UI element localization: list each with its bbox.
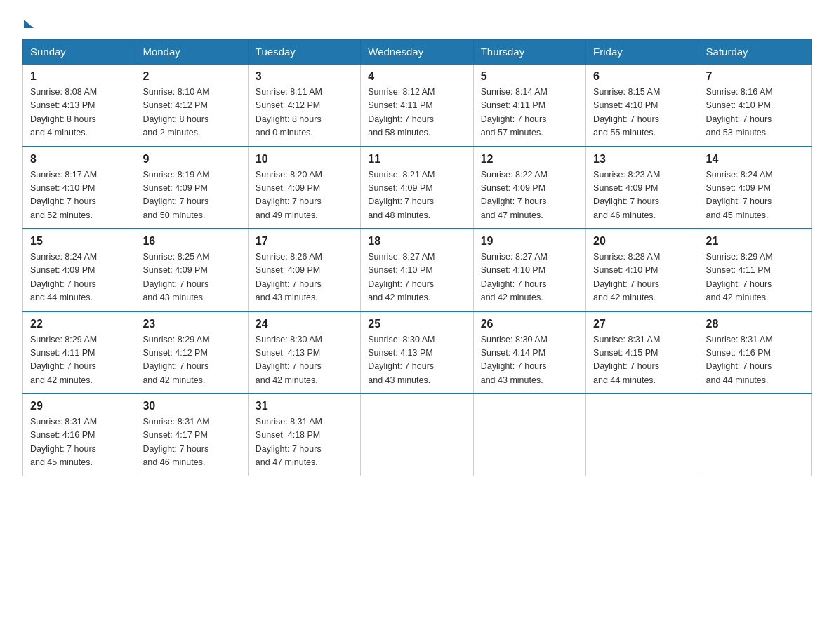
calendar-day-10: 10Sunrise: 8:20 AMSunset: 4:09 PMDayligh… bbox=[248, 147, 360, 229]
calendar-table: SundayMondayTuesdayWednesdayThursdayFrid… bbox=[22, 39, 812, 476]
weekday-header-sunday: Sunday bbox=[23, 40, 135, 65]
day-number: 24 bbox=[256, 318, 353, 330]
day-number: 9 bbox=[143, 153, 240, 166]
day-info: Sunrise: 8:08 AMSunset: 4:13 PMDaylight:… bbox=[30, 86, 128, 140]
day-info: Sunrise: 8:11 AMSunset: 4:12 PMDaylight:… bbox=[256, 86, 353, 140]
empty-cell bbox=[361, 394, 473, 476]
day-info: Sunrise: 8:24 AMSunset: 4:09 PMDaylight:… bbox=[706, 168, 804, 223]
calendar-day-11: 11Sunrise: 8:21 AMSunset: 4:09 PMDayligh… bbox=[361, 147, 473, 229]
calendar-day-26: 26Sunrise: 8:30 AMSunset: 4:14 PMDayligh… bbox=[473, 311, 585, 394]
calendar-day-9: 9Sunrise: 8:19 AMSunset: 4:09 PMDaylight… bbox=[135, 147, 248, 229]
day-info: Sunrise: 8:19 AMSunset: 4:09 PMDaylight:… bbox=[143, 168, 240, 223]
day-info: Sunrise: 8:15 AMSunset: 4:10 PMDaylight:… bbox=[593, 86, 691, 140]
day-info: Sunrise: 8:31 AMSunset: 4:15 PMDaylight:… bbox=[593, 333, 691, 388]
calendar-day-23: 23Sunrise: 8:29 AMSunset: 4:12 PMDayligh… bbox=[135, 311, 248, 394]
day-info: Sunrise: 8:29 AMSunset: 4:11 PMDaylight:… bbox=[706, 250, 804, 305]
day-number: 19 bbox=[481, 235, 578, 248]
calendar-week-2: 8Sunrise: 8:17 AMSunset: 4:10 PMDaylight… bbox=[23, 147, 812, 229]
day-info: Sunrise: 8:25 AMSunset: 4:09 PMDaylight:… bbox=[143, 250, 240, 305]
day-info: Sunrise: 8:12 AMSunset: 4:11 PMDaylight:… bbox=[368, 86, 465, 140]
day-number: 31 bbox=[256, 400, 353, 412]
day-number: 23 bbox=[143, 318, 240, 330]
weekday-header-saturday: Saturday bbox=[699, 40, 811, 65]
day-number: 1 bbox=[30, 70, 128, 83]
calendar-day-14: 14Sunrise: 8:24 AMSunset: 4:09 PMDayligh… bbox=[699, 147, 811, 229]
day-info: Sunrise: 8:30 AMSunset: 4:13 PMDaylight:… bbox=[368, 333, 465, 388]
calendar-day-1: 1Sunrise: 8:08 AMSunset: 4:13 PMDaylight… bbox=[23, 64, 135, 147]
calendar-day-20: 20Sunrise: 8:28 AMSunset: 4:10 PMDayligh… bbox=[586, 229, 699, 311]
calendar-day-2: 2Sunrise: 8:10 AMSunset: 4:12 PMDaylight… bbox=[135, 64, 248, 147]
day-number: 16 bbox=[143, 235, 240, 248]
calendar-day-27: 27Sunrise: 8:31 AMSunset: 4:15 PMDayligh… bbox=[586, 311, 699, 394]
empty-cell bbox=[586, 394, 699, 476]
calendar-day-6: 6Sunrise: 8:15 AMSunset: 4:10 PMDaylight… bbox=[586, 64, 699, 147]
calendar-day-30: 30Sunrise: 8:31 AMSunset: 4:17 PMDayligh… bbox=[135, 394, 248, 476]
day-number: 20 bbox=[593, 235, 691, 248]
calendar-day-21: 21Sunrise: 8:29 AMSunset: 4:11 PMDayligh… bbox=[699, 229, 811, 311]
weekday-header-thursday: Thursday bbox=[473, 40, 585, 65]
calendar-day-28: 28Sunrise: 8:31 AMSunset: 4:16 PMDayligh… bbox=[699, 311, 811, 394]
day-info: Sunrise: 8:21 AMSunset: 4:09 PMDaylight:… bbox=[368, 168, 465, 223]
calendar-day-3: 3Sunrise: 8:11 AMSunset: 4:12 PMDaylight… bbox=[248, 64, 360, 147]
day-info: Sunrise: 8:22 AMSunset: 4:09 PMDaylight:… bbox=[481, 168, 578, 223]
day-info: Sunrise: 8:30 AMSunset: 4:13 PMDaylight:… bbox=[256, 333, 353, 388]
day-number: 15 bbox=[30, 235, 128, 248]
day-number: 3 bbox=[256, 70, 353, 83]
day-info: Sunrise: 8:23 AMSunset: 4:09 PMDaylight:… bbox=[593, 168, 691, 223]
day-number: 17 bbox=[256, 235, 353, 248]
day-info: Sunrise: 8:17 AMSunset: 4:10 PMDaylight:… bbox=[30, 168, 128, 223]
day-info: Sunrise: 8:30 AMSunset: 4:14 PMDaylight:… bbox=[481, 333, 578, 388]
day-number: 25 bbox=[368, 318, 465, 330]
day-number: 8 bbox=[30, 153, 128, 166]
day-info: Sunrise: 8:31 AMSunset: 4:16 PMDaylight:… bbox=[30, 415, 128, 470]
weekday-header-wednesday: Wednesday bbox=[361, 40, 473, 65]
calendar-day-12: 12Sunrise: 8:22 AMSunset: 4:09 PMDayligh… bbox=[473, 147, 585, 229]
day-info: Sunrise: 8:27 AMSunset: 4:10 PMDaylight:… bbox=[481, 250, 578, 305]
weekday-header-tuesday: Tuesday bbox=[248, 40, 360, 65]
calendar-day-31: 31Sunrise: 8:31 AMSunset: 4:18 PMDayligh… bbox=[248, 394, 360, 476]
calendar-header-row: SundayMondayTuesdayWednesdayThursdayFrid… bbox=[23, 40, 812, 65]
day-number: 13 bbox=[593, 153, 691, 166]
logo bbox=[22, 17, 34, 27]
day-number: 30 bbox=[143, 400, 240, 412]
day-number: 27 bbox=[593, 318, 691, 330]
calendar-week-4: 22Sunrise: 8:29 AMSunset: 4:11 PMDayligh… bbox=[23, 311, 812, 394]
day-number: 28 bbox=[706, 318, 804, 330]
weekday-header-monday: Monday bbox=[135, 40, 248, 65]
day-info: Sunrise: 8:31 AMSunset: 4:16 PMDaylight:… bbox=[706, 333, 804, 388]
day-info: Sunrise: 8:28 AMSunset: 4:10 PMDaylight:… bbox=[593, 250, 691, 305]
day-number: 7 bbox=[706, 70, 804, 83]
day-info: Sunrise: 8:10 AMSunset: 4:12 PMDaylight:… bbox=[143, 86, 240, 140]
calendar-week-3: 15Sunrise: 8:24 AMSunset: 4:09 PMDayligh… bbox=[23, 229, 812, 311]
calendar-body: 1Sunrise: 8:08 AMSunset: 4:13 PMDaylight… bbox=[23, 64, 812, 476]
day-number: 21 bbox=[706, 235, 804, 248]
logo-arrow-icon bbox=[24, 20, 34, 28]
calendar-day-16: 16Sunrise: 8:25 AMSunset: 4:09 PMDayligh… bbox=[135, 229, 248, 311]
day-info: Sunrise: 8:29 AMSunset: 4:12 PMDaylight:… bbox=[143, 333, 240, 388]
day-number: 18 bbox=[368, 235, 465, 248]
day-info: Sunrise: 8:26 AMSunset: 4:09 PMDaylight:… bbox=[256, 250, 353, 305]
day-number: 29 bbox=[30, 400, 128, 412]
day-info: Sunrise: 8:16 AMSunset: 4:10 PMDaylight:… bbox=[706, 86, 804, 140]
calendar-week-1: 1Sunrise: 8:08 AMSunset: 4:13 PMDaylight… bbox=[23, 64, 812, 147]
calendar-day-5: 5Sunrise: 8:14 AMSunset: 4:11 PMDaylight… bbox=[473, 64, 585, 147]
day-number: 14 bbox=[706, 153, 804, 166]
calendar-day-15: 15Sunrise: 8:24 AMSunset: 4:09 PMDayligh… bbox=[23, 229, 135, 311]
day-info: Sunrise: 8:27 AMSunset: 4:10 PMDaylight:… bbox=[368, 250, 465, 305]
day-number: 5 bbox=[481, 70, 578, 83]
calendar-day-24: 24Sunrise: 8:30 AMSunset: 4:13 PMDayligh… bbox=[248, 311, 360, 394]
calendar-day-22: 22Sunrise: 8:29 AMSunset: 4:11 PMDayligh… bbox=[23, 311, 135, 394]
calendar-day-18: 18Sunrise: 8:27 AMSunset: 4:10 PMDayligh… bbox=[361, 229, 473, 311]
day-info: Sunrise: 8:24 AMSunset: 4:09 PMDaylight:… bbox=[30, 250, 128, 305]
day-number: 2 bbox=[143, 70, 240, 83]
day-info: Sunrise: 8:31 AMSunset: 4:18 PMDaylight:… bbox=[256, 415, 353, 470]
day-number: 26 bbox=[481, 318, 578, 330]
day-number: 11 bbox=[368, 153, 465, 166]
day-info: Sunrise: 8:20 AMSunset: 4:09 PMDaylight:… bbox=[256, 168, 353, 223]
day-info: Sunrise: 8:14 AMSunset: 4:11 PMDaylight:… bbox=[481, 86, 578, 140]
calendar-day-13: 13Sunrise: 8:23 AMSunset: 4:09 PMDayligh… bbox=[586, 147, 699, 229]
calendar-day-19: 19Sunrise: 8:27 AMSunset: 4:10 PMDayligh… bbox=[473, 229, 585, 311]
calendar-day-4: 4Sunrise: 8:12 AMSunset: 4:11 PMDaylight… bbox=[361, 64, 473, 147]
day-number: 6 bbox=[593, 70, 691, 83]
page-header bbox=[22, 17, 812, 27]
